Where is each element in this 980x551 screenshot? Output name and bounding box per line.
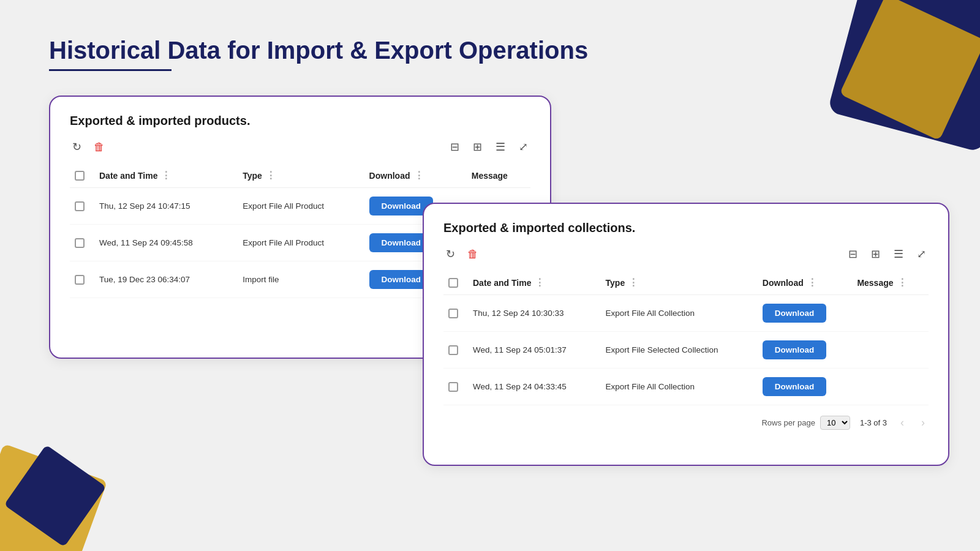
- collections-message-col-menu-icon[interactable]: ⋮: [897, 277, 907, 288]
- products-columns-button[interactable]: ⊞: [470, 138, 484, 156]
- products-refresh-button[interactable]: ↻: [70, 138, 84, 156]
- products-row-type-2: Import file: [238, 261, 364, 298]
- products-filter-button[interactable]: ⊟: [448, 138, 462, 156]
- page-title: Historical Data for Import & Export Oper…: [49, 37, 931, 64]
- collections-row-checkbox-0[interactable]: [448, 309, 458, 318]
- collections-menu-icon: ☰: [894, 247, 903, 261]
- collections-columns-button[interactable]: ⊞: [869, 245, 883, 263]
- products-toolbar-left: ↻ 🗑: [70, 138, 107, 156]
- collections-toolbar: ↻ 🗑 ⊟ ⊞ ☰ ⤢: [443, 245, 929, 263]
- collections-row-checkbox-1[interactable]: [448, 345, 458, 355]
- collections-row-type-2: Export File All Collection: [601, 369, 758, 405]
- expand-icon: ⤢: [519, 140, 528, 154]
- collections-filter-button[interactable]: ⊟: [846, 245, 860, 263]
- collections-download-col-menu-icon[interactable]: ⋮: [807, 277, 817, 288]
- collections-row-download-2: Download: [758, 369, 853, 405]
- products-message-col-header: Message: [472, 171, 508, 181]
- collections-next-page-button[interactable]: ›: [918, 415, 929, 430]
- collections-date-col-header: Date and Time: [473, 278, 531, 288]
- products-delete-button[interactable]: 🗑: [91, 138, 107, 156]
- collections-menu-button[interactable]: ☰: [891, 245, 906, 263]
- collections-row-download-0: Download: [758, 295, 853, 332]
- collections-rows-per-page-select[interactable]: 10 25 50: [820, 416, 850, 430]
- products-row-checkbox-2[interactable]: [75, 275, 85, 285]
- collections-type-col-header: Type: [606, 278, 625, 288]
- collections-filter-icon: ⊟: [848, 247, 858, 261]
- refresh-icon: ↻: [72, 140, 81, 154]
- menu-icon: ☰: [496, 140, 505, 154]
- collections-card-title: Exported & imported collections.: [443, 221, 929, 235]
- collections-toolbar-right: ⊟ ⊞ ☰ ⤢: [846, 245, 929, 263]
- table-row: Thu, 12 Sep 24 10:30:33 Export File All …: [443, 295, 929, 332]
- collections-expand-icon: ⤢: [917, 247, 926, 261]
- products-row-date-0: Thu, 12 Sep 24 10:47:15: [94, 188, 238, 225]
- collections-footer: Rows per page 10 25 50 1-3 of 3 ‹ ›: [443, 415, 929, 430]
- collections-download-btn-0[interactable]: Download: [763, 304, 827, 323]
- products-date-col-menu-icon[interactable]: ⋮: [161, 170, 171, 181]
- tables-container: Exported & imported products. ↻ 🗑 ⊟: [49, 96, 931, 359]
- collections-type-col-menu-icon[interactable]: ⋮: [628, 277, 638, 288]
- products-download-col-menu-icon[interactable]: ⋮: [414, 170, 424, 181]
- products-menu-button[interactable]: ☰: [493, 138, 508, 156]
- collections-delete-button[interactable]: 🗑: [465, 246, 481, 263]
- products-row-type-0: Export File All Product: [238, 188, 364, 225]
- collections-row-message-2: [852, 369, 929, 405]
- collections-row-message-0: [852, 295, 929, 332]
- collections-row-date-2: Wed, 11 Sep 24 04:33:45: [468, 369, 601, 405]
- products-select-all-checkbox[interactable]: [75, 171, 85, 181]
- collections-refresh-icon: ↻: [446, 247, 455, 261]
- products-row-type-1: Export File All Product: [238, 225, 364, 261]
- collections-table: Date and Time ⋮ Type ⋮ D: [443, 271, 929, 405]
- collections-card: Exported & imported collections. ↻ 🗑 ⊟: [423, 203, 949, 466]
- collections-expand-button[interactable]: ⤢: [914, 245, 929, 263]
- collections-row-type-0: Export File All Collection: [601, 295, 758, 332]
- collections-rows-per-page: Rows per page 10 25 50: [761, 416, 850, 430]
- columns-icon: ⊞: [473, 140, 482, 154]
- collections-select-all-checkbox[interactable]: [448, 278, 458, 288]
- collections-prev-page-button[interactable]: ‹: [897, 415, 908, 430]
- products-row-date-2: Tue, 19 Dec 23 06:34:07: [94, 261, 238, 298]
- products-row-checkbox-0[interactable]: [75, 201, 85, 211]
- collections-download-btn-1[interactable]: Download: [763, 340, 827, 359]
- products-date-col-header: Date and Time: [99, 171, 157, 181]
- decorative-corner-bl: [0, 429, 123, 551]
- collections-toolbar-left: ↻ 🗑: [443, 245, 481, 263]
- collections-row-checkbox-2[interactable]: [448, 382, 458, 392]
- title-underline: [49, 69, 172, 71]
- collections-row-date-0: Thu, 12 Sep 24 10:30:33: [468, 295, 601, 332]
- products-download-col-header: Download: [369, 171, 410, 181]
- products-expand-button[interactable]: ⤢: [516, 138, 530, 156]
- collections-rows-per-page-label: Rows per page: [761, 418, 815, 427]
- collections-message-col-header: Message: [857, 278, 893, 288]
- products-row-date-1: Wed, 11 Sep 24 09:45:58: [94, 225, 238, 261]
- collections-delete-icon: 🗑: [467, 248, 478, 261]
- collections-row-date-1: Wed, 11 Sep 24 05:01:37: [468, 332, 601, 369]
- table-row: Wed, 11 Sep 24 04:33:45 Export File All …: [443, 369, 929, 405]
- collections-download-col-header: Download: [763, 278, 804, 288]
- collections-row-download-1: Download: [758, 332, 853, 369]
- products-type-col-menu-icon[interactable]: ⋮: [266, 170, 276, 181]
- products-row-checkbox-1[interactable]: [75, 238, 85, 248]
- collections-columns-icon: ⊞: [871, 247, 880, 261]
- filter-icon: ⊟: [450, 140, 459, 154]
- products-type-col-header: Type: [243, 171, 262, 181]
- products-toolbar-right: ⊟ ⊞ ☰ ⤢: [448, 138, 530, 156]
- collections-row-type-1: Export File Selected Collection: [601, 332, 758, 369]
- collections-date-col-menu-icon[interactable]: ⋮: [535, 277, 545, 288]
- products-card-title: Exported & imported products.: [70, 114, 530, 128]
- collections-row-message-1: [852, 332, 929, 369]
- table-row: Wed, 11 Sep 24 05:01:37 Export File Sele…: [443, 332, 929, 369]
- delete-icon: 🗑: [94, 141, 105, 154]
- collections-download-btn-2[interactable]: Download: [763, 377, 827, 396]
- collections-pagination-info: 1-3 of 3: [860, 418, 887, 427]
- collections-refresh-button[interactable]: ↻: [443, 245, 458, 263]
- products-toolbar: ↻ 🗑 ⊟ ⊞ ☰ ⤢: [70, 138, 530, 156]
